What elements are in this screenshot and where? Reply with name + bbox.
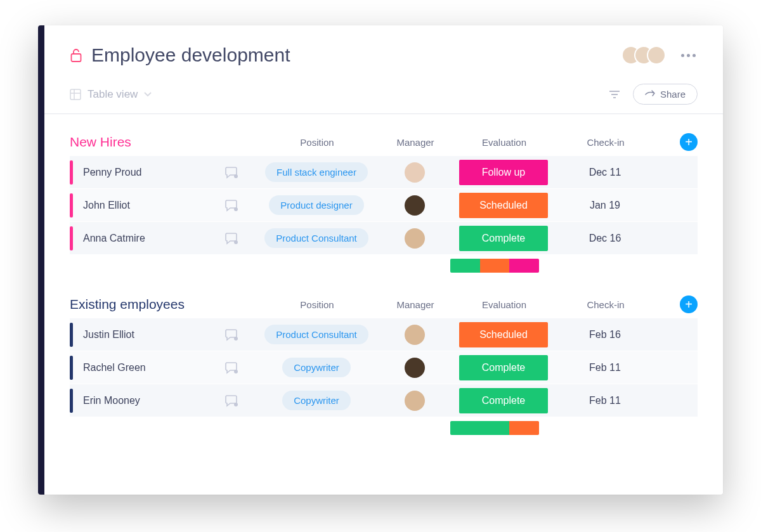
table-row[interactable]: Erin Mooney Copywriter Complete Feb 11 — [70, 384, 698, 417]
manager-cell[interactable] — [380, 358, 450, 378]
summary-row — [70, 417, 698, 435]
position-pill: Product Consultant — [264, 228, 368, 248]
toolbar: Table view Share — [44, 77, 723, 114]
table-row[interactable]: Justin Elliot Product Consultant Schedul… — [70, 318, 698, 351]
table-row[interactable]: Rachel Green Copywriter Complete Feb 11 — [70, 351, 698, 384]
evaluation-cell[interactable]: Scheduled — [450, 193, 557, 218]
svg-point-9 — [234, 240, 238, 244]
col-head-checkin: Check-in — [558, 299, 653, 310]
evaluation-cell[interactable]: Scheduled — [450, 322, 557, 347]
row-marker — [70, 193, 73, 217]
evaluation-cell[interactable]: Follow up — [450, 160, 557, 185]
chat-icon[interactable] — [210, 361, 253, 375]
manager-avatar — [405, 228, 425, 249]
manager-avatar — [405, 195, 425, 216]
collaborator-avatars[interactable] — [628, 46, 666, 65]
evaluation-summary-bar — [450, 421, 539, 435]
chat-icon[interactable] — [210, 198, 253, 212]
position-cell[interactable]: Product Consultant — [253, 228, 380, 248]
checkin-cell[interactable]: Dec 11 — [557, 167, 653, 178]
col-head-position: Position — [254, 137, 380, 148]
filter-icon[interactable] — [609, 89, 620, 100]
svg-point-11 — [234, 370, 238, 373]
page-header: Employee development — [44, 25, 723, 77]
checkin-cell[interactable]: Jan 19 — [557, 200, 653, 211]
table-icon — [70, 89, 81, 100]
manager-cell[interactable] — [380, 228, 450, 249]
manager-avatar — [405, 325, 425, 345]
group: New Hires Position Manager Evaluation Ch… — [70, 133, 698, 273]
evaluation-cell[interactable]: Complete — [450, 226, 557, 251]
evaluation-pill: Complete — [459, 388, 548, 413]
manager-cell[interactable] — [380, 325, 450, 345]
view-switcher[interactable]: Table view — [70, 88, 152, 101]
row-marker — [70, 389, 73, 413]
group-title[interactable]: Existing employees — [70, 297, 254, 312]
manager-cell[interactable] — [380, 162, 450, 183]
checkin-cell[interactable]: Feb 11 — [557, 362, 653, 373]
evaluation-pill: Complete — [459, 355, 548, 380]
position-cell[interactable]: Full stack engineer — [253, 162, 380, 182]
row-name: Penny Proud — [83, 167, 210, 178]
svg-rect-0 — [72, 54, 81, 62]
view-label: Table view — [88, 88, 138, 101]
position-cell[interactable]: Copywriter — [253, 391, 380, 410]
svg-point-10 — [234, 337, 238, 341]
checkin-cell[interactable]: Feb 11 — [557, 395, 653, 406]
checkin-cell[interactable]: Dec 16 — [557, 233, 653, 244]
add-column-button[interactable]: + — [680, 295, 698, 313]
summary-segment — [450, 421, 509, 435]
row-marker — [70, 356, 73, 380]
manager-avatar — [405, 162, 425, 183]
svg-point-7 — [234, 174, 238, 178]
summary-segment — [509, 259, 539, 273]
summary-segment — [450, 259, 480, 273]
share-button[interactable]: Share — [633, 84, 698, 105]
table-row[interactable]: John Elliot Product designer Scheduled J… — [70, 189, 698, 222]
evaluation-pill: Follow up — [459, 160, 548, 185]
row-marker — [70, 226, 73, 250]
groups-container: New Hires Position Manager Evaluation Ch… — [44, 114, 723, 435]
chat-icon[interactable] — [210, 328, 253, 342]
chat-icon[interactable] — [210, 165, 253, 179]
row-name: Anna Catmire — [83, 233, 210, 244]
page-title: Employee development — [91, 44, 628, 66]
share-icon — [645, 90, 655, 99]
summary-row — [70, 255, 698, 273]
position-pill: Product Consultant — [264, 325, 368, 344]
table-row[interactable]: Penny Proud Full stack engineer Follow u… — [70, 156, 698, 189]
app-window: Employee development Table view — [38, 25, 723, 495]
col-head-position: Position — [254, 299, 380, 310]
sidebar-strip — [38, 25, 44, 495]
manager-cell[interactable] — [380, 391, 450, 411]
evaluation-cell[interactable]: Complete — [450, 388, 557, 413]
manager-cell[interactable] — [380, 195, 450, 216]
position-pill: Full stack engineer — [265, 162, 368, 182]
add-column-button[interactable]: + — [680, 133, 698, 151]
svg-rect-1 — [70, 89, 81, 100]
position-cell[interactable]: Product designer — [253, 195, 380, 215]
svg-point-12 — [234, 403, 238, 406]
chat-icon[interactable] — [210, 394, 253, 408]
col-head-evaluation: Evaluation — [450, 137, 558, 148]
avatar — [647, 46, 666, 65]
position-cell[interactable]: Product Consultant — [253, 325, 380, 344]
col-head-evaluation: Evaluation — [450, 299, 558, 310]
group-title[interactable]: New Hires — [70, 134, 254, 150]
chat-icon[interactable] — [210, 231, 253, 245]
table-row[interactable]: Anna Catmire Product Consultant Complete… — [70, 222, 698, 255]
evaluation-cell[interactable]: Complete — [450, 355, 557, 380]
share-label: Share — [660, 89, 686, 100]
row-name: Rachel Green — [83, 362, 210, 373]
content-area: Employee development Table view — [44, 25, 723, 495]
row-marker — [70, 160, 73, 185]
checkin-cell[interactable]: Feb 16 — [557, 329, 653, 341]
row-name: Erin Mooney — [83, 395, 210, 406]
position-pill: Copywriter — [282, 358, 351, 377]
position-pill: Copywriter — [282, 391, 351, 410]
manager-avatar — [405, 358, 425, 378]
evaluation-summary-bar — [450, 259, 539, 273]
position-cell[interactable]: Copywriter — [253, 358, 380, 377]
more-menu-icon[interactable] — [679, 54, 698, 57]
evaluation-pill: Scheduled — [459, 193, 548, 218]
